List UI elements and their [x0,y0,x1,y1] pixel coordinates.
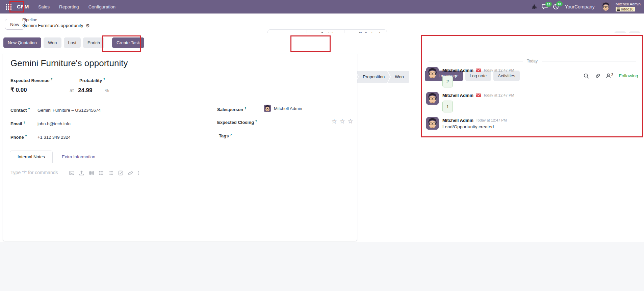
message-avatar [426,92,439,112]
enrich-button[interactable]: Enrich [83,37,104,48]
help-icon: ? [255,120,257,123]
stage-label: Won [395,74,404,79]
help-icon: ? [23,121,25,124]
help-icon: ? [25,134,27,138]
database-icon [617,7,620,11]
activities-clock-icon[interactable]: 13 [553,4,559,10]
tab-extra-information[interactable]: Extra Information [56,151,101,163]
email-value[interactable]: john.b@tech.info [37,121,71,126]
won-button[interactable]: Won [44,37,61,48]
message[interactable]: Mitchell Admin Today at 12:47 PM 2 [420,65,644,90]
help-icon: ? [28,107,30,111]
expected-closing-label: Expected Closing ? [217,120,257,125]
stage-proposition[interactable]: Proposition [356,71,390,83]
stage-won[interactable]: Won [388,71,409,83]
editor-toolbar [69,170,139,176]
help-icon: ? [103,78,105,81]
form-sheet: Gemini Furniture's opportunity Expected … [3,53,357,241]
message[interactable]: Mitchell Admin Today at 12:47 PM Lead/Op… [420,115,644,132]
company-switcher[interactable]: YourCompany [565,4,595,9]
settings-gear-icon[interactable]: ⚙ [85,23,90,28]
create-task-button[interactable]: Create Task [112,37,144,48]
star-icon[interactable]: ☆ [331,118,339,125]
stage-label: Proposition [363,74,385,79]
message-author[interactable]: Mitchell Admin [442,118,473,123]
date-divider-label: Today [527,59,538,63]
breadcrumb-pipeline[interactable]: Pipeline [22,18,37,23]
salesperson-avatar [264,105,271,112]
breadcrumb: Pipeline Gemini Furniture's opportunity … [22,16,90,29]
menu-reporting[interactable]: Reporting [55,2,83,11]
page-background [0,242,644,291]
link-icon[interactable] [128,170,133,176]
expected-revenue-value[interactable]: ₹ 0.00 [10,86,27,94]
upload-icon[interactable] [79,170,84,176]
message-timestamp: Today at 12:47 PM [483,68,514,72]
bulleted-list-icon[interactable] [99,170,104,176]
chatter: Today Mitchell Admin Today at 12:47 PM 2 [420,53,644,132]
tab-internal-notes[interactable]: Internal Notes [10,151,53,163]
form-statusbar: New Quotation Won Lost Enrich Create Tas… [0,33,644,53]
user-name: Mitchell Admin [616,2,641,6]
message-author[interactable]: Mitchell Admin [442,68,473,73]
message-body: Lead/Opportunity created [442,124,507,129]
checklist-icon[interactable] [118,170,123,176]
new-quotation-button[interactable]: New Quotation [3,37,41,48]
new-record-button[interactable]: New [5,19,25,30]
messages-icon[interactable]: 15 [542,4,548,10]
star-icon[interactable]: ☆ [339,118,347,125]
database-name: odoo18 [621,7,634,11]
help-icon: ? [51,78,53,81]
debug-bug-icon[interactable] [532,4,537,9]
message-author[interactable]: Mitchell Admin [442,93,473,98]
message-timestamp: Today at 12:47 PM [483,93,514,97]
activities-badge: 13 [556,1,563,6]
user-menu[interactable]: Mitchell Admin odoo18 [616,2,641,12]
messages-badge: 15 [545,2,552,7]
opportunity-title[interactable]: Gemini Furniture's opportunity [10,58,128,69]
breadcrumb-current: Gemini Furniture's opportunity [22,23,83,29]
image-icon[interactable] [69,170,74,176]
database-badge: odoo18 [616,7,635,11]
user-avatar[interactable] [601,2,611,12]
phone-label: Phone ? [10,134,27,140]
contact-value[interactable]: Gemini Furniture – US12345674 [37,108,101,113]
table-icon[interactable] [89,170,94,176]
email-envelope-icon [476,94,481,97]
star-icon[interactable]: ☆ [347,118,356,125]
help-icon: ? [230,133,232,136]
date-divider: Today [429,59,636,63]
numbered-list-icon[interactable] [108,170,113,176]
menu-sales[interactable]: Sales [34,2,54,11]
message-avatar [426,117,439,130]
message-body: 2 [442,76,453,87]
expected-revenue-label: Expected Revenue ? [10,78,53,83]
email-envelope-icon [476,69,481,72]
apps-grid-icon[interactable] [4,2,13,11]
notes-editor-input[interactable]: Type "/" for commands [10,170,58,175]
email-label: Email ? [10,121,25,126]
tags-label: Tags ? [219,133,232,138]
app-menu-crm[interactable]: CRM [14,2,33,11]
more-options-kebab-icon[interactable] [138,170,139,176]
menu-configuration[interactable]: Configuration [84,2,120,11]
message-avatar [426,67,439,87]
priority-stars[interactable]: ☆☆☆ [331,117,356,125]
notebook-tabs: Internal Notes Extra Information [3,151,357,163]
phone-value[interactable]: +1 312 349 2324 [37,135,71,140]
contact-label: Contact ? [10,107,30,113]
help-icon: ? [244,107,247,110]
salesperson-label: Salesperson ? [217,107,246,112]
message-body: 1 [442,101,453,112]
top-navbar: CRM Sales Reporting Configuration 15 [0,0,644,14]
control-panel: New Pipeline Gemini Furniture's opportun… [0,14,644,33]
message-timestamp: Today at 12:47 PM [476,118,507,122]
probability-value[interactable]: at 24.99 % [70,87,109,94]
lost-button[interactable]: Lost [64,37,81,48]
salesperson-value[interactable]: Mitchell Admin [264,105,302,112]
probability-label: Probability ? [79,78,105,83]
message[interactable]: Mitchell Admin Today at 12:47 PM 1 [420,90,644,115]
